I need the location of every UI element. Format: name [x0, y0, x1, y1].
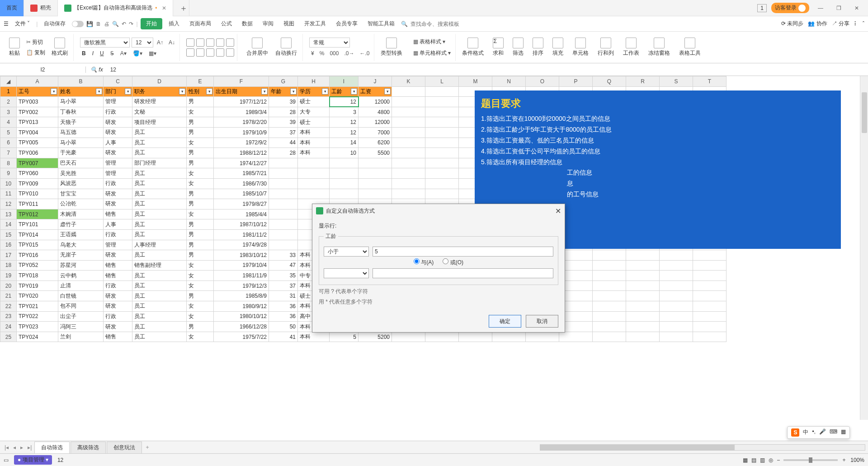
cell-C25[interactable]: 销售	[104, 332, 132, 342]
col-header-D[interactable]: D	[132, 76, 187, 87]
tab-start[interactable]: 开始	[141, 18, 162, 29]
cell-B7[interactable]: 于光豪	[58, 148, 104, 158]
cut-button[interactable]: ✂ 剪切	[24, 38, 47, 47]
share-button[interactable]: ↗ 分享	[832, 20, 849, 28]
ime-punct-icon[interactable]: •,	[812, 428, 816, 437]
cell-G25[interactable]: 41	[269, 332, 298, 342]
coop-button[interactable]: 👥 协作	[808, 20, 827, 28]
number-format-select[interactable]: 常规	[309, 38, 350, 48]
filter-dropdown-icon[interactable]: ▾	[384, 88, 391, 95]
cell-G10[interactable]	[269, 178, 298, 189]
cell-B22[interactable]: 包不同	[58, 301, 104, 312]
cell-L5[interactable]	[425, 127, 459, 138]
cell-C10[interactable]: 行政	[104, 178, 132, 189]
cell-B11[interactable]: 甘宝宝	[58, 189, 104, 199]
cell-F17[interactable]: 1983/10/12	[214, 250, 269, 261]
cell-E16[interactable]: 男	[187, 240, 214, 250]
sum-button[interactable]: Σ求和	[490, 38, 506, 57]
cell-A7[interactable]: TPY006	[17, 148, 58, 158]
cell-G13[interactable]	[269, 209, 298, 219]
collapse-ribbon-icon[interactable]: ˆ	[863, 21, 864, 27]
tab-member[interactable]: 会员专享	[332, 18, 361, 29]
filter-header-9[interactable]: 工资▾	[359, 86, 392, 97]
cell-F3[interactable]: 1989/3/4	[214, 107, 269, 117]
cell-H8[interactable]	[298, 158, 330, 168]
align-right-icon[interactable]	[206, 48, 214, 57]
cell-K8[interactable]	[392, 158, 425, 168]
cell-F20[interactable]: 1979/12/3	[214, 281, 269, 291]
cell-E18[interactable]: 女	[187, 260, 214, 271]
filter-dropdown-icon[interactable]: ▾	[351, 88, 357, 95]
fill-button[interactable]: 填充	[550, 38, 566, 57]
cell-Q24[interactable]	[593, 322, 626, 332]
cell-T23[interactable]	[693, 311, 726, 322]
cell-C9[interactable]: 管理	[104, 168, 132, 179]
project-mgmt-button[interactable]: ● 项目管理 ▾	[14, 455, 52, 465]
cell-H25[interactable]: 本科	[298, 332, 330, 342]
cell-E13[interactable]: 女	[187, 209, 214, 219]
cell-D21[interactable]: 员工	[132, 291, 187, 301]
cell-D24[interactable]: 员工	[132, 322, 187, 332]
cell-Q23[interactable]	[593, 311, 626, 322]
cell-J5[interactable]: 7000	[359, 127, 392, 138]
cell-F8[interactable]: 1974/12/27	[214, 158, 269, 168]
cell-R19[interactable]	[626, 271, 660, 281]
cell-C23[interactable]: 行政	[104, 311, 132, 322]
col-header-C[interactable]: C	[104, 76, 132, 87]
cell-C11[interactable]: 研发	[104, 189, 132, 199]
guest-login-button[interactable]: 访客登录	[771, 3, 809, 13]
orientation-icon[interactable]	[226, 48, 234, 57]
align-middle-icon[interactable]	[196, 38, 204, 47]
font-color-button[interactable]: A▾	[118, 49, 128, 57]
filter-header-6[interactable]: 年龄▾	[269, 86, 298, 97]
cell-A4[interactable]: TPY013	[17, 117, 58, 128]
print-icon[interactable]: 🖨	[104, 21, 109, 27]
cell-S24[interactable]	[660, 322, 693, 332]
row-header-6[interactable]: 6	[0, 138, 17, 148]
cell-G16[interactable]	[269, 240, 298, 250]
row-header-12[interactable]: 12	[0, 199, 17, 209]
cell-D3[interactable]: 文秘	[132, 107, 187, 117]
row-header-9[interactable]: 9	[0, 168, 17, 179]
cell-F7[interactable]: 1988/12/12	[214, 148, 269, 158]
row-header-21[interactable]: 21	[0, 291, 17, 301]
cell-J6[interactable]: 6200	[359, 138, 392, 148]
cell-A21[interactable]: TPY020	[17, 291, 58, 301]
cell-K25[interactable]	[392, 332, 425, 342]
command-search-input[interactable]	[410, 21, 474, 27]
cell-E5[interactable]: 男	[187, 127, 214, 138]
filter-header-3[interactable]: 职务▾	[132, 86, 187, 97]
table-style-button[interactable]: ▦ 表格样式 ▾	[411, 37, 453, 47]
align-bottom-icon[interactable]	[206, 38, 214, 47]
sheet-tab-2[interactable]: 高级筛选	[71, 442, 106, 453]
tab-dev[interactable]: 开发工具	[301, 18, 330, 29]
cell-E8[interactable]: 男	[187, 158, 214, 168]
font-size-select[interactable]: 12	[132, 38, 153, 48]
tab-view[interactable]: 视图	[280, 18, 298, 29]
cell-A16[interactable]: TPY015	[17, 240, 58, 250]
cell-T22[interactable]	[693, 301, 726, 312]
cell-L25[interactable]	[425, 332, 459, 342]
col-header-K[interactable]: K	[392, 76, 425, 87]
cell-K7[interactable]	[392, 148, 425, 158]
cell-T24[interactable]	[693, 322, 726, 332]
cell-I11[interactable]	[330, 189, 359, 199]
fill-color-button[interactable]: 🪣▾	[131, 49, 144, 57]
cell-A5[interactable]: TPY004	[17, 127, 58, 138]
cell-B9[interactable]: 吴光胜	[58, 168, 104, 179]
cell-C17[interactable]: 研发	[104, 250, 132, 261]
cell-E17[interactable]: 男	[187, 250, 214, 261]
cell-G4[interactable]: 39	[269, 117, 298, 128]
cell-B19[interactable]: 云中鹤	[58, 271, 104, 281]
cell-D17[interactable]: 员工	[132, 250, 187, 261]
cell-I4[interactable]: 12	[330, 117, 359, 128]
cell-S17[interactable]	[660, 250, 693, 261]
filter-button[interactable]: 筛选	[510, 38, 526, 57]
cell-D2[interactable]: 研发经理	[132, 97, 187, 107]
cell-T17[interactable]	[693, 250, 726, 261]
cell-B5[interactable]: 马五德	[58, 127, 104, 138]
align-left-icon[interactable]	[186, 48, 194, 57]
cell-E12[interactable]: 男	[187, 199, 214, 209]
col-header-T[interactable]: T	[693, 76, 726, 87]
view-normal-icon[interactable]: ▦	[743, 457, 748, 463]
